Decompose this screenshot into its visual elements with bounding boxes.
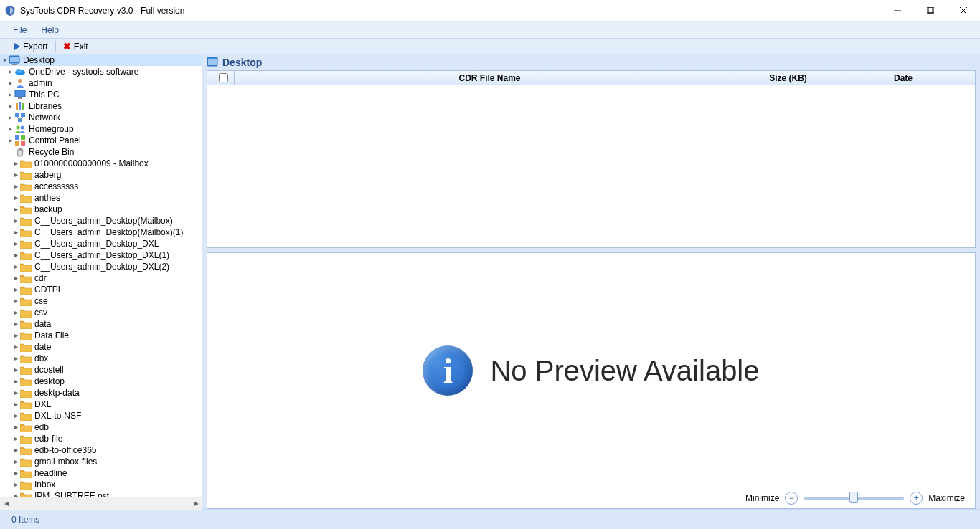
tree-expander-icon[interactable]: ▸	[11, 249, 20, 261]
tree-expander-icon[interactable]: ▸	[11, 181, 20, 192]
tree-folder[interactable]: ▸CDTPL	[0, 284, 202, 295]
tree-folder[interactable]: ▸DXL-to-NSF	[0, 410, 202, 421]
tree-folder[interactable]: ▸edb	[0, 421, 202, 433]
tree-expander-icon[interactable]: ▸	[11, 227, 20, 238]
tree-expander-icon[interactable]: ▾	[0, 54, 9, 66]
tree-folder[interactable]: ▸DXL	[0, 399, 202, 410]
tree-folder[interactable]: ▸dcostell	[0, 364, 202, 376]
tree-folder[interactable]: ▸cdr	[0, 272, 202, 284]
tree-expander-icon[interactable]: ▸	[11, 307, 20, 318]
tree-expander-icon[interactable]: ▸	[11, 490, 20, 497]
tree-expander-icon[interactable]: ▸	[11, 421, 20, 433]
tree-folder[interactable]: ▸C__Users_admin_Desktop(Mailbox)	[0, 215, 202, 227]
tree-expander-icon[interactable]: ▸	[6, 112, 14, 123]
tree-item-pc[interactable]: ▸This PC	[0, 89, 202, 100]
tree-expander-icon[interactable]: ▸	[6, 100, 14, 112]
tree-root-desktop[interactable]: ▾Desktop	[0, 54, 202, 66]
tree-folder[interactable]: ▸dbx	[0, 353, 202, 364]
tree-expander-icon[interactable]: ▸	[11, 353, 20, 364]
tree-expander-icon[interactable]: ▸	[11, 192, 20, 204]
tree-folder[interactable]: ▸anthes	[0, 192, 202, 204]
tree-expander-icon[interactable]: ▸	[11, 364, 20, 376]
tree-folder[interactable]: ▸aaberg	[0, 169, 202, 181]
tree-expander-icon[interactable]: ▸	[11, 376, 20, 387]
tree-item-libraries[interactable]: ▸Libraries	[0, 100, 202, 112]
folder-icon	[20, 444, 32, 456]
tree-expander-icon[interactable]: ▸	[6, 66, 14, 77]
tree-expander-icon[interactable]: ▸	[11, 399, 20, 410]
tree-folder[interactable]: ▸accessssss	[0, 181, 202, 192]
tree-expander-icon[interactable]: ▸	[11, 295, 20, 307]
select-all-checkbox[interactable]	[219, 73, 228, 82]
tree-expander-icon[interactable]: ▸	[11, 272, 20, 284]
zoom-slider-thumb[interactable]	[849, 492, 858, 503]
folder-tree[interactable]: ▾Desktop▸OneDrive - systools software▸ad…	[0, 54, 202, 497]
tree-expander-icon[interactable]: ▸	[11, 387, 20, 399]
col-size[interactable]: Size (KB)	[745, 71, 831, 85]
tree-hscroll[interactable]: ◂ ▸	[0, 497, 202, 509]
tree-expander-icon[interactable]: ▸	[11, 341, 20, 353]
tree-folder[interactable]: ▸IPM_SUBTREE.pst	[0, 490, 202, 497]
tree-folder[interactable]: ▸cse	[0, 295, 202, 307]
tree-folder[interactable]: ▸0100000000000009 - Mailbox	[0, 158, 202, 169]
tree-expander-icon[interactable]: ▸	[11, 456, 20, 467]
tree-expander-icon[interactable]: ▸	[6, 123, 14, 135]
zoom-in-button[interactable]: +	[910, 492, 923, 505]
tree-folder[interactable]: ▸backup	[0, 204, 202, 215]
zoom-out-button[interactable]: −	[785, 492, 798, 505]
tree-expander-icon[interactable]: ▸	[6, 89, 14, 100]
tree-folder[interactable]: ▸desktp-data	[0, 387, 202, 399]
tree-expander-icon[interactable]: ▸	[11, 410, 20, 421]
close-button[interactable]	[947, 0, 980, 22]
tree-expander-icon[interactable]: ▸	[11, 215, 20, 227]
tree-item-homegroup[interactable]: ▸Homegroup	[0, 123, 202, 135]
tree-folder[interactable]: ▸gmail-mbox-files	[0, 456, 202, 467]
hscroll-track[interactable]	[12, 497, 190, 510]
tree-expander-icon[interactable]: ▸	[6, 77, 14, 89]
tree-folder[interactable]: ▸headline	[0, 467, 202, 479]
tree-folder[interactable]: ▸Data File	[0, 330, 202, 341]
tree-expander-icon[interactable]: ▸	[6, 135, 14, 146]
tree-expander-icon[interactable]: ▸	[11, 467, 20, 479]
tree-expander-icon[interactable]: ▸	[11, 261, 20, 272]
tree-folder[interactable]: ▸C__Users_admin_Desktop_DXL(2)	[0, 261, 202, 272]
zoom-slider[interactable]	[804, 497, 904, 500]
exit-button[interactable]: ✖ Exit	[59, 39, 93, 53]
tree-expander-icon[interactable]: ▸	[11, 284, 20, 295]
maximize-button[interactable]	[914, 0, 947, 22]
tree-folder[interactable]: ▸data	[0, 318, 202, 330]
export-button[interactable]: Export	[10, 40, 52, 53]
tree-node-label: dbx	[33, 353, 48, 364]
col-filename[interactable]: CDR File Name	[235, 71, 745, 85]
tree-folder[interactable]: ▸edb-to-office365	[0, 444, 202, 456]
tree-expander-icon[interactable]: ▸	[11, 158, 20, 169]
tree-folder[interactable]: ▸edb-file	[0, 433, 202, 444]
tree-item-network[interactable]: ▸Network	[0, 112, 202, 123]
tree-expander-icon[interactable]: ▸	[11, 330, 20, 341]
tree-folder[interactable]: ▸C__Users_admin_Desktop_DXL(1)	[0, 249, 202, 261]
tree-expander-icon[interactable]: ▸	[11, 479, 20, 490]
tree-expander-icon[interactable]: ▸	[11, 238, 20, 249]
tree-expander-icon[interactable]: ▸	[11, 204, 20, 215]
tree-item-recycle[interactable]: Recycle Bin	[0, 146, 202, 158]
hscroll-left-arrow[interactable]: ◂	[0, 497, 12, 510]
menu-help[interactable]: Help	[34, 23, 66, 37]
tree-item-onedrive[interactable]: ▸OneDrive - systools software	[0, 66, 202, 77]
tree-item-control[interactable]: ▸Control Panel	[0, 135, 202, 146]
tree-expander-icon[interactable]: ▸	[11, 169, 20, 181]
tree-expander-icon[interactable]: ▸	[11, 318, 20, 330]
tree-expander-icon[interactable]: ▸	[11, 433, 20, 444]
tree-folder[interactable]: ▸desktop	[0, 376, 202, 387]
col-date[interactable]: Date	[831, 71, 975, 85]
tree-folder[interactable]: ▸Inbox	[0, 479, 202, 490]
col-checkbox[interactable]	[207, 71, 235, 85]
minimize-button[interactable]	[881, 0, 914, 22]
hscroll-right-arrow[interactable]: ▸	[190, 497, 202, 510]
tree-folder[interactable]: ▸csv	[0, 307, 202, 318]
tree-expander-icon[interactable]: ▸	[11, 444, 20, 456]
tree-folder[interactable]: ▸C__Users_admin_Desktop(Mailbox)(1)	[0, 227, 202, 238]
tree-item-user[interactable]: ▸admin	[0, 77, 202, 89]
menu-file[interactable]: File	[6, 23, 34, 37]
tree-folder[interactable]: ▸C__Users_admin_Desktop_DXL	[0, 238, 202, 249]
tree-folder[interactable]: ▸date	[0, 341, 202, 353]
